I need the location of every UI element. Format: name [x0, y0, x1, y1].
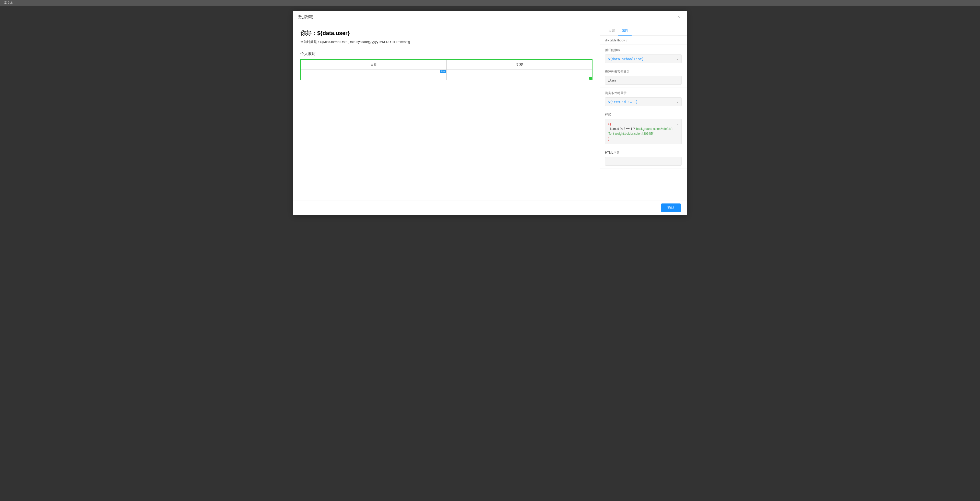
style-label: 样式: [605, 113, 682, 117]
data-binding-modal: 数据绑定 × 你好：${data.user} 当前时间是：${Misc.form…: [293, 11, 687, 215]
condition-value: ${item.id != 1}: [608, 100, 638, 104]
datetime-label: 当前时间是：: [300, 40, 320, 44]
table-header-row: 日期 学校: [301, 60, 592, 70]
panel-section-html: HTML内容 ⌄: [600, 147, 687, 169]
html-content-input[interactable]: ⌄: [605, 157, 682, 165]
modal-footer: 确认: [293, 200, 687, 215]
table-row: for: [301, 70, 592, 80]
modal-close-button[interactable]: ×: [676, 14, 682, 20]
col-date: 日期: [301, 60, 447, 70]
greeting: 你好：${data.user}: [300, 29, 592, 37]
modal-body: 你好：${data.user} 当前时间是：${Misc.formatDate(…: [293, 23, 687, 200]
style-dropdown-icon[interactable]: ⌄: [676, 122, 679, 127]
loop-array-dropdown-icon[interactable]: ⌄: [676, 57, 679, 60]
greeting-name: ${data.user}: [317, 30, 350, 36]
panel-tabs: 大纲 属性: [600, 23, 687, 35]
code-line-2: item.id % 2 == 1 ? 'background-color:#ef…: [608, 127, 678, 136]
code-line-1: ${: [608, 122, 678, 127]
main-content: 你好：${data.user} 当前时间是：${Misc.formatDate(…: [293, 23, 600, 200]
col-school: 学校: [447, 60, 592, 70]
section-title: 个人履历: [300, 51, 592, 56]
datetime-line: 当前时间是：${Misc.formatDate(Data.sysdate(),'…: [300, 40, 592, 44]
for-badge: for: [440, 70, 446, 73]
loop-var-dropdown-icon[interactable]: ⌄: [676, 78, 679, 82]
condition-label: 满足条件时显示: [605, 91, 682, 95]
condition-dropdown-icon[interactable]: ⌄: [676, 100, 679, 103]
loop-array-input[interactable]: ${data.schoolList} ⌄: [605, 54, 682, 63]
panel-section-style: 样式 ⌄ ${ item.id % 2 == 1 ? 'background-c…: [600, 109, 687, 147]
panel-section-loop-var: 循环列表项变量名 item ⌄: [600, 66, 687, 87]
tab-properties[interactable]: 属性: [618, 26, 632, 35]
loop-var-value: item: [608, 78, 616, 82]
table-cell-date: for: [301, 70, 447, 80]
loop-var-input[interactable]: item ⌄: [605, 76, 682, 84]
code-line-3: }: [608, 137, 678, 142]
modal-title: 数据绑定: [298, 14, 313, 19]
table-cell-school: [447, 70, 592, 80]
modal-header: 数据绑定 ×: [293, 11, 687, 23]
html-content-dropdown-icon[interactable]: ⌄: [676, 159, 679, 163]
breadcrumb: div table tbody tr: [600, 35, 687, 45]
confirm-button[interactable]: 确认: [661, 204, 681, 212]
greeting-prefix: 你好：: [300, 30, 317, 36]
panel-section-loop-array: 循环的数组 ${data.schoolList} ⌄: [600, 45, 687, 66]
right-panel: 大纲 属性 div table tbody tr 循环的数组 ${data.sc…: [600, 23, 687, 200]
html-content-label: HTML内容: [605, 151, 682, 155]
for-end-badge: [589, 77, 592, 80]
resume-table: 日期 学校 for: [300, 59, 592, 80]
tab-outline[interactable]: 大纲: [605, 26, 618, 35]
condition-input[interactable]: ${item.id != 1} ⌄: [605, 97, 682, 106]
top-bar-title: 富文本: [4, 1, 13, 5]
panel-section-condition: 满足条件时显示 ${item.id != 1} ⌄: [600, 87, 687, 109]
loop-array-label: 循环的数组: [605, 48, 682, 52]
loop-var-label: 循环列表项变量名: [605, 70, 682, 74]
datetime-expr: ${Misc.formatDate(Data.sysdate(),'yyyy-M…: [320, 40, 410, 44]
modal-overlay: 富文本 数据绑定 × 你好：${data.user} 当前时间是：${Misc.…: [0, 0, 980, 501]
loop-array-value: ${data.schoolList}: [608, 57, 644, 61]
style-code-block[interactable]: ⌄ ${ item.id % 2 == 1 ? 'background-colo…: [605, 119, 682, 144]
